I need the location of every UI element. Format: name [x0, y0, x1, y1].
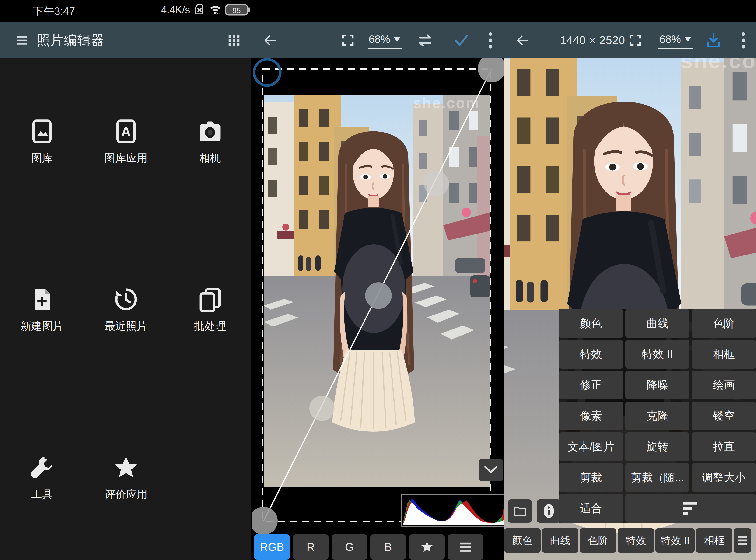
menu-item-effects[interactable]: 特效	[559, 340, 623, 369]
status-bar: 下午3:47 4.4K/s 95	[0, 0, 756, 22]
menu-item-curves[interactable]: 曲线	[625, 309, 690, 338]
sidebar-item-label: 图库	[31, 151, 53, 165]
curve-origin-ring[interactable]	[254, 59, 280, 85]
menu-item-pixel[interactable]: 像素	[559, 402, 623, 430]
image-info-button[interactable]	[537, 499, 561, 523]
back-icon[interactable]	[259, 22, 280, 58]
image-dimensions: 1440 × 2520	[560, 22, 625, 58]
channel-bar: RGB R G B	[254, 534, 483, 560]
more-icon-center[interactable]	[481, 22, 500, 58]
curve-point-handle[interactable]	[252, 507, 278, 535]
download-icon[interactable]	[702, 22, 725, 58]
sidebar-item-label: 工具	[31, 487, 53, 502]
canvas-pane	[252, 58, 504, 560]
tools-bar-color[interactable]: 颜色	[504, 528, 541, 553]
menu-item-levels[interactable]: 色阶	[692, 309, 756, 338]
channel-tab-r[interactable]: R	[293, 534, 329, 560]
zoom-value: 68%	[369, 33, 390, 45]
sidebar-item-label: 批处理	[194, 319, 226, 334]
menu-item-rotate[interactable]: 旋转	[625, 432, 690, 461]
menu-item-denoise[interactable]: 降噪	[625, 371, 690, 399]
tools-bar-effects[interactable]: 特效	[618, 528, 654, 553]
new-image-icon	[28, 286, 56, 313]
gallery-icon	[28, 118, 56, 145]
grid-view-icon[interactable]	[223, 22, 244, 58]
chevron-down-icon	[393, 37, 401, 42]
favorite-button[interactable]	[409, 534, 445, 560]
menu-item-effects-2[interactable]: 特效 II	[625, 340, 690, 369]
tools-bar-effects-2[interactable]: 特效 II	[655, 528, 695, 553]
sidebar-item-label: 新建图片	[21, 319, 63, 334]
no-sim-icon	[194, 3, 205, 16]
channel-menu-button[interactable]	[448, 534, 483, 560]
sidebar-item-camera[interactable]: 相机	[173, 118, 247, 165]
menu-item-crop-free[interactable]: 剪裁（随...	[625, 463, 690, 492]
menu-item-paint[interactable]: 绘画	[692, 371, 756, 399]
tools-bar-levels[interactable]: 色阶	[580, 528, 616, 553]
collapse-panel-button[interactable]	[479, 459, 503, 481]
tools-bar-curves[interactable]: 曲线	[542, 528, 578, 553]
channel-tab-rgb[interactable]: RGB	[254, 534, 290, 560]
menu-item-color[interactable]: 颜色	[559, 309, 623, 338]
menu-item-cutout[interactable]: 镂空	[692, 402, 756, 430]
sort-icon	[680, 501, 701, 516]
zoom-dropdown-right[interactable]: 68%	[658, 22, 693, 58]
sidebar-item-new-image[interactable]: 新建图片	[5, 286, 79, 334]
confirm-icon[interactable]	[450, 22, 472, 58]
sidebar-item-rate-app[interactable]: 评价应用	[89, 454, 163, 502]
sidebar-item-tools[interactable]: 工具	[5, 454, 79, 502]
channel-tab-g[interactable]: G	[332, 534, 367, 560]
camera-icon	[197, 118, 223, 145]
bottom-tools-bar: 颜色 曲线 色阶 特效 特效 II 相框	[504, 528, 751, 553]
gallery-app-icon: A	[113, 118, 140, 145]
page-title: 照片编辑器	[37, 22, 104, 58]
sidebar-item-label: 相机	[199, 151, 221, 165]
preview-pane: 颜色 曲线 色阶 特效 特效 II 相框 修正 降噪 绘画 像素 克隆 镂空 文…	[504, 58, 756, 560]
list-icon	[736, 535, 749, 545]
svg-text:A: A	[121, 124, 131, 139]
menu-item-frame[interactable]: 相框	[692, 340, 756, 369]
menu-icon[interactable]	[11, 22, 32, 58]
sidebar-item-label: 最近照片	[104, 319, 147, 334]
more-icon-right[interactable]	[734, 22, 753, 58]
wrench-icon	[28, 454, 56, 481]
histogram-chart	[403, 496, 504, 525]
menu-item-straighten[interactable]: 拉直	[692, 432, 756, 461]
sidebar-item-gallery[interactable]: 图库	[5, 118, 79, 165]
sidebar-item-recent-photos[interactable]: 最近照片	[89, 286, 163, 334]
history-icon	[113, 286, 140, 313]
battery-icon: 95	[225, 3, 251, 16]
star-icon	[113, 454, 140, 481]
photo-editor-screen: 下午3:47 4.4K/s 95 照片编辑器	[0, 0, 756, 560]
menu-item-text-image[interactable]: 文本/图片	[559, 432, 623, 461]
open-folder-button[interactable]	[508, 499, 532, 523]
menu-item-fit[interactable]: 适合	[559, 494, 623, 523]
menu-item-clone[interactable]: 克隆	[625, 402, 690, 430]
battery-level: 95	[233, 6, 241, 15]
wifi-icon	[209, 3, 222, 16]
back-icon-right[interactable]	[512, 22, 533, 58]
tools-bar-frame[interactable]: 相框	[696, 528, 732, 553]
channel-tab-b[interactable]: B	[370, 534, 406, 560]
menu-item-resize[interactable]: 调整大小	[692, 463, 756, 492]
crop-free-icon-right[interactable]	[625, 22, 646, 58]
crop-free-icon[interactable]	[337, 22, 358, 58]
tools-menu-overlay: 颜色 曲线 色阶 特效 特效 II 相框 修正 降噪 绘画 像素 克隆 镂空 文…	[559, 309, 756, 523]
tools-bar-menu-button[interactable]	[734, 528, 751, 553]
curve-point-handle[interactable]	[478, 58, 504, 82]
network-speed: 4.4K/s	[161, 4, 190, 16]
menu-sort-button[interactable]	[625, 494, 756, 523]
sidebar-item-batch[interactable]: 批处理	[173, 286, 247, 334]
list-icon	[459, 542, 473, 552]
sidebar-item-gallery-app[interactable]: A 图库应用	[89, 118, 163, 165]
menu-item-crop[interactable]: 剪裁	[559, 463, 623, 492]
histogram-panel	[401, 494, 504, 527]
editing-photo[interactable]	[264, 95, 490, 486]
clock: 下午3:47	[33, 4, 75, 19]
info-icon	[543, 504, 555, 518]
swap-icon[interactable]	[414, 22, 437, 58]
sidebar: 图库 A 图库应用 相机 新建图片 最近照片	[0, 58, 251, 560]
zoom-dropdown-center[interactable]: 68%	[368, 22, 402, 58]
menu-item-correction[interactable]: 修正	[559, 371, 623, 399]
zoom-value-right: 68%	[659, 33, 681, 45]
